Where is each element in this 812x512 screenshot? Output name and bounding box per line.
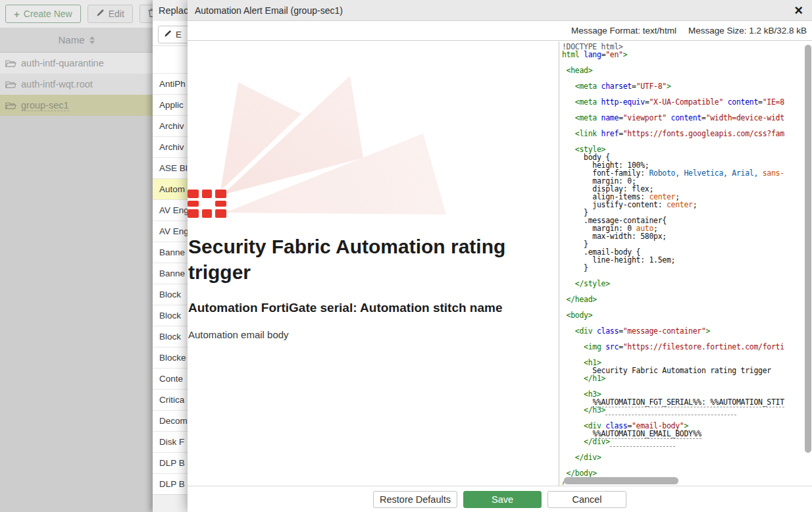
panel-title: Replac bbox=[153, 0, 188, 21]
pencil-icon bbox=[164, 30, 172, 39]
panel-edit-button[interactable]: E bbox=[158, 26, 188, 43]
groups-list: auth-intf-quarantineauth-intf-wqt.rootgr… bbox=[0, 53, 153, 116]
message-types-list: AntiPhApplicArchivArchivASE BlAutomAV En… bbox=[153, 73, 188, 494]
group-name: auth-intf-wqt.root bbox=[21, 79, 93, 90]
message-type-item[interactable]: Block bbox=[153, 284, 188, 305]
sort-icon bbox=[89, 36, 95, 44]
message-type-item[interactable]: Archiv bbox=[153, 136, 188, 157]
preview-body-text: Automation email body bbox=[188, 329, 289, 340]
html-source-editor[interactable]: !DOCTYPE html>html lang="en"> <head> <me… bbox=[559, 41, 812, 486]
email-preview: Security Fabric Automation rating trigge… bbox=[188, 41, 559, 486]
close-icon[interactable]: × bbox=[792, 1, 805, 20]
message-type-item[interactable]: AntiPh bbox=[153, 73, 188, 94]
group-name: group-sec1 bbox=[21, 100, 69, 111]
modal-content: Security Fabric Automation rating trigge… bbox=[188, 41, 812, 486]
message-format-label: Message Format: text/html bbox=[571, 26, 676, 36]
group-row[interactable]: group-sec1 bbox=[0, 95, 153, 116]
folder-icon bbox=[5, 80, 16, 89]
folder-icon bbox=[5, 101, 16, 110]
groups-table-panel: + Create New Edit D Name auth-intf-quara… bbox=[0, 0, 153, 512]
message-type-item[interactable]: AV Eng bbox=[153, 199, 188, 220]
panel-toolbar: E bbox=[153, 21, 188, 46]
message-type-item[interactable]: Banne bbox=[153, 263, 188, 284]
message-type-item[interactable]: Applic bbox=[153, 94, 188, 115]
message-type-item[interactable]: Autom bbox=[153, 178, 188, 199]
message-size-label: Message Size: 1.2 kB/32.8 kB bbox=[688, 26, 807, 36]
message-type-item[interactable]: Decom bbox=[153, 410, 188, 431]
message-type-item[interactable]: DLP B bbox=[153, 452, 188, 473]
pencil-icon bbox=[96, 9, 105, 19]
fortinet-logo bbox=[188, 190, 226, 218]
message-type-item[interactable]: Disk F bbox=[153, 431, 188, 452]
message-info-bar: Message Format: text/html Message Size: … bbox=[188, 21, 812, 41]
code-lines: !DOCTYPE html>html lang="en"> <head> <me… bbox=[559, 41, 812, 485]
fortios-replacement-messages-screen: + Create New Edit D Name auth-intf-quara… bbox=[0, 0, 812, 512]
panel-footer bbox=[153, 494, 188, 512]
preview-subheading: Automation FortiGate serial: Automation … bbox=[188, 301, 503, 315]
preview-heading: Security Fabric Automation rating trigge… bbox=[188, 234, 517, 285]
group-row[interactable]: auth-intf-wqt.root bbox=[0, 74, 153, 95]
message-type-item[interactable]: Blocke bbox=[153, 347, 188, 368]
message-type-item[interactable]: Conte bbox=[153, 368, 188, 389]
message-type-item[interactable]: Archiv bbox=[153, 115, 188, 136]
message-type-item[interactable]: Critica bbox=[153, 389, 188, 410]
modal-title: Automation Alert Email (group-sec1) bbox=[195, 5, 343, 16]
plus-icon: + bbox=[14, 9, 20, 20]
modal-footer: Restore Defaults Save Cancel bbox=[188, 486, 812, 512]
vertical-scrollbar[interactable] bbox=[805, 45, 811, 453]
message-type-item[interactable]: Block bbox=[153, 326, 188, 347]
modal-header: Automation Alert Email (group-sec1) × bbox=[188, 0, 812, 21]
horizontal-scrollbar[interactable] bbox=[564, 477, 678, 484]
cancel-button[interactable]: Cancel bbox=[547, 491, 626, 508]
folder-icon bbox=[5, 59, 16, 68]
message-type-item[interactable]: AV Eng bbox=[153, 220, 188, 242]
name-column-header[interactable]: Name bbox=[0, 28, 153, 53]
create-new-button[interactable]: + Create New bbox=[5, 5, 81, 23]
restore-defaults-button[interactable]: Restore Defaults bbox=[373, 491, 457, 508]
groups-toolbar: + Create New Edit D bbox=[0, 0, 153, 28]
automation-alert-email-modal: Automation Alert Email (group-sec1) × Me… bbox=[188, 0, 812, 512]
group-row[interactable]: auth-intf-quarantine bbox=[0, 53, 153, 74]
message-type-item[interactable]: Banne bbox=[153, 242, 188, 263]
save-button[interactable]: Save bbox=[463, 491, 542, 508]
replacement-messages-panel: Replac E AntiPhApplicArchivArchivASE BlA… bbox=[153, 0, 188, 512]
message-type-item[interactable]: DLP B bbox=[153, 473, 188, 494]
message-type-item[interactable]: ASE Bl bbox=[153, 157, 188, 178]
message-type-item[interactable]: Block bbox=[153, 305, 188, 326]
group-name: auth-intf-quarantine bbox=[21, 58, 104, 68]
edit-button[interactable]: Edit bbox=[88, 5, 133, 23]
